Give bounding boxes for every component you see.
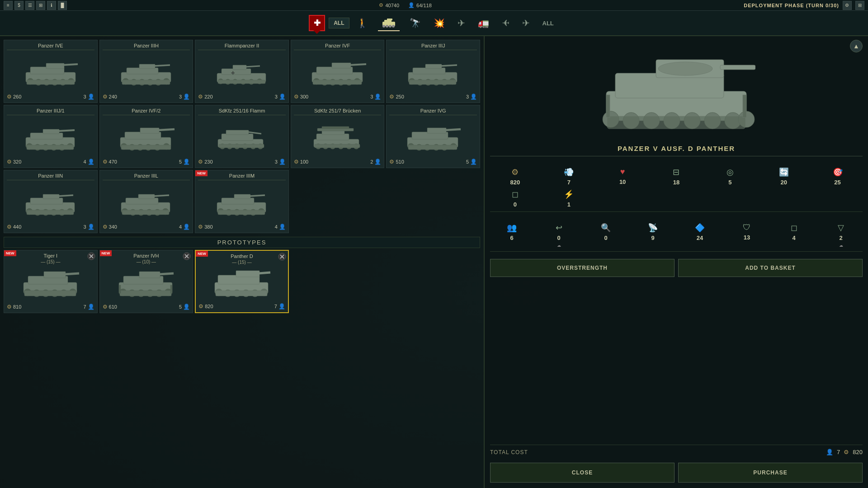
- stat-fuel: ⚡ 1: [544, 189, 594, 208]
- stat-attack: ⊟ 18: [651, 167, 702, 186]
- stat-front-armor-icon: 🔷: [695, 223, 705, 233]
- svg-rect-65: [43, 129, 59, 134]
- stat-speed: 💨 7: [544, 167, 594, 186]
- units-value: 64/118: [416, 3, 432, 8]
- unit-card-panzer-ive[interactable]: Panzer IVE: [4, 40, 98, 103]
- svg-rect-140: [122, 210, 169, 215]
- network-icon[interactable]: ⊞: [855, 1, 864, 10]
- tab-artillery[interactable]: 💥: [428, 17, 450, 29]
- stat-hp-icon: ♥: [620, 167, 625, 177]
- unit-card-panzer-iiil[interactable]: Panzer IIIL: [99, 170, 193, 233]
- unit-card-panzer-iiin[interactable]: Panzer IIIN: [4, 170, 98, 233]
- top-bar-center: ⚙ 40740 👤 64/118: [379, 2, 431, 8]
- tab-fighter[interactable]: ✈: [517, 17, 535, 29]
- detail-panel: ▲: [484, 36, 868, 488]
- svg-rect-180: [119, 285, 121, 293]
- unit-card-sdkfz-brucken[interactable]: SdKfz 251/7 Brücken: [291, 105, 385, 168]
- top-bar-right: DEPLOYMENT PHASE (TURN 0/30) ⚙ ⊞: [744, 1, 864, 10]
- stat-rear-armor-icon: ◻: [791, 223, 797, 233]
- stats-grid-2: 👥 6 ↩ 0 ☁ 🔍 0 📡 9 🔷 24 🛡 13: [490, 219, 863, 252]
- bomber-icon: ✈: [502, 19, 509, 28]
- svg-line-122: [58, 195, 73, 196]
- total-cost-points-icon: ⚙: [844, 449, 849, 455]
- unit-card-panzer-iiij1[interactable]: Panzer IIIJ/1: [4, 105, 98, 168]
- grid-icon[interactable]: ⊞: [36, 1, 45, 10]
- stat-rear-armor: ◻ 4: [772, 223, 816, 248]
- stat-speed-icon: 💨: [564, 167, 574, 177]
- tab-recon[interactable]: 🔭: [404, 17, 426, 29]
- svg-point-5: [389, 25, 392, 28]
- info-icon[interactable]: ℹ: [47, 1, 56, 10]
- stat-stealth: ◻ 0: [490, 189, 540, 208]
- svg-rect-39: [218, 80, 265, 84]
- new-badge-tiger-i: NEW: [4, 250, 16, 256]
- stat-top-armor-value: 2: [839, 235, 842, 241]
- action-row: OVERSTRENGTH ADD TO BASKET: [490, 259, 863, 277]
- top-bar: ≡ $ ☰ ⊞ ℹ ▐▌ ⚙ 40740 👤 64/118 DEPLOYMENT…: [0, 0, 868, 11]
- unit-card-panzer-iiih[interactable]: Panzer IIIH: [99, 40, 193, 103]
- tab-infantry[interactable]: 🚶: [351, 17, 373, 29]
- svg-rect-54: [425, 64, 442, 69]
- unit-name-flammpanzer-ii: Flammpanzer II: [198, 43, 286, 50]
- svg-rect-181: [170, 285, 172, 293]
- proto-card-panther-d[interactable]: NEW Panther D — (15) —: [195, 250, 289, 313]
- tab-all-faction[interactable]: ALL: [329, 18, 349, 28]
- proto-card-tiger-i[interactable]: NEW Tiger I — (15) —: [4, 250, 98, 313]
- svg-line-55: [441, 65, 457, 66]
- tab-transport[interactable]: 🚛: [472, 17, 495, 29]
- top-bar-left: ≡ $ ☰ ⊞ ℹ ▐▌: [4, 1, 67, 10]
- svg-rect-211: [743, 95, 746, 117]
- tab-tanks[interactable]: [375, 15, 402, 31]
- svg-rect-143: [234, 194, 250, 199]
- currency-icon[interactable]: $: [14, 1, 24, 10]
- close-button[interactable]: CLOSE: [490, 463, 675, 483]
- stat-stealth-value: 0: [514, 201, 517, 208]
- unit-card-panzer-iiim[interactable]: NEW Panzer IIIM: [195, 170, 289, 233]
- settings-icon[interactable]: ⚙: [843, 1, 852, 10]
- svg-rect-171: [139, 272, 160, 278]
- stat-range-value: 5: [728, 179, 731, 186]
- total-cost-value: 👤 7 ⚙ 820: [826, 449, 863, 455]
- svg-point-3: [382, 25, 385, 28]
- unit-image-flammpanzer-ii: ✚: [198, 52, 286, 92]
- tab-all-label: ALL: [542, 20, 554, 27]
- svg-point-4: [386, 25, 388, 28]
- unit-card-panzer-ivg[interactable]: Panzer IVG: [386, 105, 480, 168]
- unit-card-panzer-ivf2[interactable]: Panzer IVF/2: [99, 105, 193, 168]
- stat-attack-icon: ⊟: [673, 167, 679, 177]
- stat-range-icon: ◎: [726, 167, 734, 177]
- chart-icon[interactable]: ▐▌: [58, 1, 67, 10]
- unit-card-flammpanzer-ii[interactable]: Flammpanzer II: [195, 40, 289, 103]
- stat-optics-value: 0: [604, 235, 607, 241]
- stat-reverse-icon: ↩: [556, 223, 562, 233]
- stat-radio-icon: 📡: [648, 223, 658, 233]
- stats-grid-1: ⚙ 820 💨 7 ♥ 10 ⊟ 18 ◎ 5 🔄 20: [490, 164, 863, 212]
- tab-all[interactable]: ALL: [537, 18, 559, 28]
- remove-panzer-ivh[interactable]: [183, 252, 191, 262]
- stat-fuel-icon: ⚡: [564, 189, 574, 199]
- faction-badge[interactable]: ✚: [309, 15, 325, 31]
- svg-rect-129: [27, 210, 74, 215]
- new-badge-panzer-ivh: NEW: [100, 250, 112, 256]
- svg-line-188: [259, 272, 270, 273]
- stat-side-armor-icon: 🛡: [743, 223, 751, 232]
- stat-crew: 👥 6: [490, 223, 533, 248]
- svg-rect-87: [226, 130, 249, 135]
- add-to-basket-button[interactable]: ADD TO BASKET: [678, 259, 863, 277]
- unit-card-panzer-ivf[interactable]: Panzer IVF: [291, 40, 385, 103]
- tab-aa[interactable]: ✈: [452, 17, 471, 29]
- overstrength-button[interactable]: OVERSTRENGTH: [490, 259, 675, 277]
- remove-tiger-i[interactable]: [87, 252, 95, 262]
- unit-card-panzer-iiij[interactable]: Panzer IIIJ: [386, 40, 480, 103]
- tab-bomber[interactable]: ✈: [496, 17, 515, 29]
- fighter-icon: ✈: [522, 19, 530, 28]
- category-tabs: ✚ ALL 🚶 🔭 💥 ✈: [0, 11, 868, 36]
- unit-card-sdkfz-flamm[interactable]: SdKfz 251/16 Flamm: [195, 105, 289, 168]
- proto-card-panzer-ivh[interactable]: NEW Panzer IVH — (10) —: [99, 250, 193, 313]
- remove-panther-d[interactable]: [278, 253, 286, 263]
- purchase-button[interactable]: PURCHASE: [678, 463, 863, 483]
- menu-icon[interactable]: ≡: [4, 1, 13, 10]
- total-cost-points: 820: [853, 449, 863, 455]
- list-icon[interactable]: ☰: [25, 1, 34, 10]
- svg-rect-17: [27, 80, 75, 84]
